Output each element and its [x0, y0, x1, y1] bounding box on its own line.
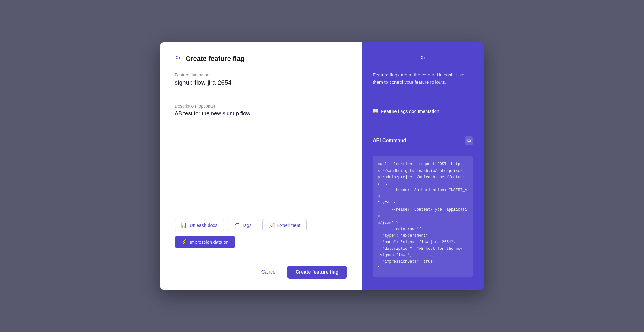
impression-icon: ⚡: [181, 239, 187, 245]
unleash-docs-button[interactable]: 📊 Unleash docs: [175, 219, 224, 231]
tag-icon: 🏷: [235, 222, 239, 228]
experiment-label: Experiment: [277, 223, 301, 228]
flag-name-field: Feature flag name signup-flow-jira-2654: [175, 72, 347, 86]
modal-overlay: 🏳 Create feature flag Feature flag name …: [0, 0, 644, 332]
cancel-button[interactable]: Cancel: [257, 266, 282, 278]
right-description: Feature flags are at the core of Unleash…: [373, 71, 473, 86]
book-icon: 📖: [373, 108, 379, 114]
create-flag-button[interactable]: Create feature flag: [287, 266, 347, 279]
api-code-block: curl --location --request POST 'http s:/…: [373, 156, 473, 277]
tags-label: Tags: [242, 223, 252, 228]
unleash-docs-label: Unleash docs: [190, 223, 217, 228]
flag-name-label: Feature flag name: [175, 72, 347, 77]
options-row: 📊 Unleash docs 🏷 Tags 📈 Experiment ⚡ Imp…: [175, 219, 347, 248]
experiment-icon: 📈: [269, 222, 275, 228]
section-divider: [373, 99, 473, 99]
api-section-title: API Command: [373, 138, 406, 143]
description-label: Description (optional): [175, 104, 347, 109]
impression-data-button[interactable]: ⚡ Impression data on: [175, 236, 235, 248]
modal-container: 🏳 Create feature flag Feature flag name …: [160, 42, 484, 289]
feature-flags-docs-link[interactable]: 📖 Feature flags documentation: [373, 108, 473, 114]
flag-name-value: signup-flow-jira-2654: [175, 79, 347, 86]
options-section: 📊 Unleash docs 🏷 Tags 📈 Experiment ⚡ Imp…: [160, 219, 362, 257]
flag-icon: 🏳: [175, 55, 181, 63]
experiment-button[interactable]: 📈 Experiment: [262, 219, 307, 231]
modal-title: Create feature flag: [186, 55, 245, 63]
modal-body: Feature flag name signup-flow-jira-2654 …: [160, 72, 362, 219]
tags-button[interactable]: 🏷 Tags: [228, 219, 258, 231]
modal-footer: Cancel Create feature flag: [160, 257, 362, 290]
section-divider-2: [373, 123, 473, 123]
copy-api-button[interactable]: ⧉: [465, 136, 473, 145]
right-flag-icon: 🏳: [373, 55, 473, 63]
docs-link-text: Feature flags documentation: [381, 109, 439, 114]
bar-chart-icon: 📊: [181, 222, 187, 228]
modal-right-panel: 🏳 Feature flags are at the core of Unlea…: [362, 42, 484, 289]
divider-1: [175, 95, 347, 95]
impression-data-label: Impression data on: [190, 239, 229, 245]
description-field: Description (optional) AB test for the n…: [175, 104, 347, 117]
modal-header: 🏳 Create feature flag: [160, 42, 362, 72]
copy-icon: ⧉: [467, 138, 471, 143]
api-section-header: API Command ⧉: [373, 136, 473, 145]
description-value: AB test for the new signup flow.: [175, 110, 347, 117]
modal-left-panel: 🏳 Create feature flag Feature flag name …: [160, 42, 362, 289]
